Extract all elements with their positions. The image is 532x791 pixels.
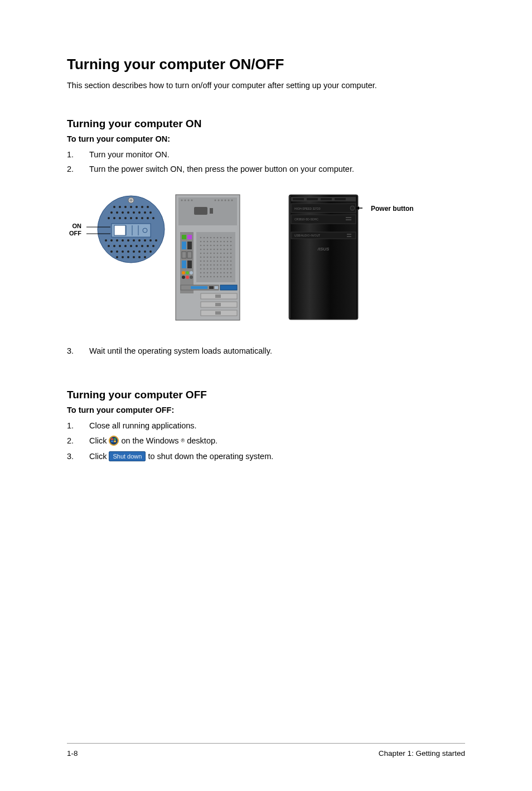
svg-point-131	[207, 249, 209, 250]
svg-point-104	[217, 237, 219, 239]
svg-point-126	[224, 245, 225, 247]
svg-point-146	[224, 253, 225, 254]
svg-rect-59	[114, 225, 125, 235]
svg-point-44	[110, 250, 113, 253]
svg-point-187	[227, 268, 229, 270]
svg-point-12	[133, 211, 135, 214]
svg-point-205	[220, 276, 222, 278]
svg-point-24	[152, 217, 154, 219]
svg-point-94	[190, 271, 193, 274]
svg-point-132	[210, 249, 212, 250]
svg-point-113	[214, 241, 215, 243]
svg-text:USB/AUDIO-IN/OUT: USB/AUDIO-IN/OUT	[294, 234, 320, 237]
svg-point-206	[224, 276, 225, 278]
svg-point-136	[224, 249, 225, 250]
on-off-label: ON OFF	[69, 223, 81, 237]
svg-point-166	[224, 261, 225, 262]
svg-rect-86	[182, 242, 186, 249]
svg-point-114	[217, 241, 219, 243]
step-number: 2.	[67, 165, 89, 173]
svg-rect-210	[191, 286, 207, 289]
svg-point-142	[210, 253, 212, 254]
list-item: 1. Close all running applications.	[67, 421, 465, 430]
svg-point-78	[218, 200, 220, 201]
svg-point-189	[200, 272, 202, 274]
section-off-subhead: To turn your computer OFF:	[67, 406, 465, 414]
svg-point-33	[149, 239, 152, 242]
svg-point-175	[220, 264, 222, 266]
svg-point-105	[220, 237, 222, 239]
svg-point-42	[147, 245, 149, 247]
svg-point-139	[200, 253, 202, 254]
svg-rect-237	[347, 234, 351, 235]
svg-point-167	[227, 261, 229, 262]
svg-point-21	[136, 217, 138, 219]
svg-point-186	[224, 268, 225, 270]
svg-point-194	[217, 272, 219, 274]
step-text: Wait until the operating system loads au…	[89, 346, 465, 355]
svg-point-77	[215, 200, 216, 201]
svg-point-123	[214, 245, 215, 247]
svg-point-153	[214, 257, 215, 258]
svg-point-193	[214, 272, 215, 274]
svg-point-43	[152, 245, 154, 247]
on-steps-list-cont: 3. Wait until the operating system loads…	[67, 346, 465, 355]
svg-point-184	[217, 268, 219, 270]
list-item: 3. Click Shut down to shut down the oper…	[67, 451, 465, 461]
illustration-row: ON OFF	[67, 190, 465, 324]
svg-point-162	[210, 261, 212, 262]
svg-rect-234	[346, 219, 351, 220]
svg-point-97	[190, 276, 193, 279]
svg-point-172	[210, 264, 212, 266]
svg-rect-87	[187, 242, 192, 249]
svg-point-138	[230, 249, 232, 250]
svg-rect-71	[194, 207, 207, 215]
svg-rect-219	[215, 311, 221, 315]
svg-rect-212	[215, 286, 218, 289]
svg-point-147	[227, 253, 229, 254]
svg-rect-233	[346, 217, 351, 218]
svg-point-170	[204, 264, 205, 266]
svg-point-34	[155, 239, 157, 242]
svg-point-127	[227, 245, 229, 247]
svg-point-101	[207, 237, 209, 239]
svg-rect-91	[187, 261, 192, 268]
svg-point-112	[210, 241, 212, 243]
section-on-heading: Turning your computer ON	[67, 118, 465, 130]
svg-point-41	[141, 245, 143, 247]
chapter-label: Chapter 1: Getting started	[379, 749, 465, 758]
shutdown-button-icon: Shut down	[109, 451, 146, 461]
svg-point-195	[220, 272, 222, 274]
svg-point-122	[210, 245, 212, 247]
svg-point-96	[186, 276, 189, 279]
svg-point-135	[220, 249, 222, 250]
svg-point-133	[214, 249, 215, 250]
svg-point-180	[204, 268, 205, 270]
main-heading: Turning your computer ON/OFF	[67, 56, 465, 73]
step-text: Turn your monitor ON.	[89, 150, 465, 159]
svg-point-109	[200, 241, 202, 243]
step-number: 3.	[67, 346, 89, 355]
intro-text: This section describes how to turn on/of…	[67, 81, 465, 90]
list-item: 2. Turn the power switch ON, then press …	[67, 165, 465, 173]
svg-rect-238	[347, 236, 351, 237]
svg-text:CR3810-SD-SDHC: CR3810-SD-SDHC	[294, 218, 318, 221]
svg-point-182	[210, 268, 212, 270]
svg-point-50	[144, 250, 146, 253]
svg-point-20	[130, 217, 132, 219]
svg-point-143	[214, 253, 215, 254]
svg-point-171	[207, 264, 209, 266]
svg-rect-215	[215, 295, 221, 298]
svg-rect-88	[182, 252, 186, 258]
svg-point-158	[230, 257, 232, 258]
svg-point-130	[204, 249, 205, 250]
step-text: Turn the power switch ON, then press the…	[89, 165, 465, 173]
svg-point-93	[186, 271, 189, 274]
step-number: 3.	[67, 452, 89, 461]
svg-point-185	[220, 268, 222, 270]
svg-rect-222	[293, 198, 304, 200]
svg-point-52	[116, 256, 118, 258]
svg-point-179	[200, 268, 202, 270]
svg-point-55	[133, 256, 135, 258]
svg-point-116	[224, 241, 225, 243]
